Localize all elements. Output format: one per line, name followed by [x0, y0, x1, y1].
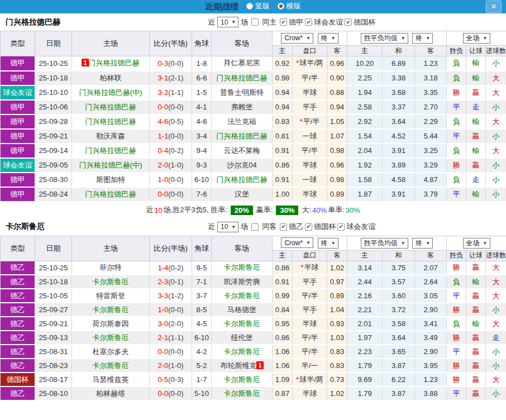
home-team: 勒沃库森 — [72, 129, 150, 144]
corners: 9-4 — [192, 144, 212, 158]
odds-home: 0.81 — [273, 129, 293, 144]
fulltime-score: 0-0 — [157, 190, 168, 198]
sub-header-odds-home: 主 — [273, 250, 293, 261]
avg-draw: 3.38 — [383, 71, 415, 85]
odds-home: 0.95 — [273, 317, 293, 331]
away-team: 卡尔斯鲁厄 — [212, 373, 273, 386]
matches-table: 类型 日期 主场 比分(半场) 角球 客场 Crow*▼ 终▼ 胜平负均值▼ 终… — [0, 31, 506, 202]
halftime-score: (0-1) — [168, 278, 183, 286]
team-label: 门兴格拉德巴赫 — [85, 117, 136, 126]
avg-draw: 3.68 — [383, 85, 415, 100]
team-label: 马瑟维兹英 — [93, 375, 129, 384]
odds-time-select[interactable]: 终▼ — [318, 33, 338, 44]
same-venue-checkbox[interactable] — [251, 18, 259, 26]
handicap: 平手 — [293, 100, 327, 114]
score-cell: 0-5(0-3) — [150, 373, 192, 386]
score-cell: 2-1(1-1) — [150, 331, 192, 345]
result-handicap: 贏 — [466, 158, 486, 173]
sub-header-odds-away: 客 — [327, 250, 347, 261]
result-handicap: 贏 — [466, 303, 486, 317]
team-name: 卡尔斯鲁厄 — [6, 222, 45, 232]
avg-time-select[interactable]: 终▼ — [412, 33, 433, 44]
team-label: 布轮斯维克 — [220, 361, 256, 370]
corners: 8-5 — [192, 303, 212, 317]
avg-type-select[interactable]: 胜平负均值▼ — [361, 33, 408, 44]
score-cell: 0-4(0-2) — [150, 144, 192, 158]
odds-away: 1.02 — [327, 386, 347, 400]
home-team: 1门兴格拉德巴赫 — [72, 56, 150, 71]
avg-time-select[interactable]: 终▼ — [412, 238, 433, 249]
league-checkbox-1[interactable] — [305, 223, 312, 231]
league-checkbox-0[interactable] — [280, 223, 287, 231]
away-team: 拜仁慕尼黑 — [212, 56, 273, 71]
team-label: 卡尔斯鲁厄 — [93, 333, 129, 342]
layout-radio-vertical[interactable]: 竖版 — [246, 1, 270, 11]
close-icon: ✕ — [491, 2, 497, 11]
avg-type-select[interactable]: 胜平负均值▼ — [361, 238, 408, 249]
summary-near: 近 — [146, 205, 153, 215]
handicap: 半球 — [293, 85, 327, 100]
away-team: 沙尔克04 — [212, 158, 273, 173]
match-date: 25-08-31 — [35, 345, 72, 359]
win-rate-badge: 20% — [231, 206, 253, 215]
odds-away: 0.89 — [327, 187, 347, 202]
halftime-score: (0-0) — [168, 103, 183, 111]
result-winloss: 平 — [447, 345, 466, 359]
odds-home: 0.91 — [273, 144, 293, 158]
corners: 3-4 — [192, 129, 212, 144]
league-checkbox-0[interactable] — [280, 18, 287, 26]
corners: 4-5 — [192, 317, 212, 331]
odds-source-select[interactable]: Crow*▼ — [281, 33, 313, 44]
match-row: 德国杯25-08-17马瑟维兹英0-5(0-3)1-7卡尔斯鲁厄1.09*球半/… — [1, 373, 506, 386]
sub-header-wdl: 胜负 — [447, 250, 466, 261]
halftime-score: (1-2) — [168, 292, 183, 300]
away-team: 门兴格拉德巴赫 — [212, 71, 273, 85]
odds-away: 0.93 — [327, 317, 347, 331]
fulltime-score: 2-3 — [157, 278, 168, 286]
result-winloss: 勝 — [447, 261, 466, 275]
games-count-select[interactable]: 10 ▼ — [217, 222, 238, 232]
period-select[interactable]: 全场▼ — [463, 238, 490, 249]
result-handicap: 贏 — [466, 386, 486, 400]
match-row: 德甲25-09-28门兴格拉德巴赫4-6(0-5)4-6法兰克福0.83*平/半… — [1, 114, 506, 129]
corners: 6-6 — [192, 71, 212, 85]
games-count-select[interactable]: 10 ▼ — [217, 17, 238, 27]
handicap: 一球 — [293, 173, 327, 187]
avg-win: 2.92 — [347, 114, 383, 129]
halftime-score: (0-0) — [168, 389, 183, 398]
close-button[interactable]: ✕ — [486, 1, 502, 13]
dropdown-arrow-icon: ▼ — [231, 20, 236, 25]
league-checkbox-2[interactable] — [337, 223, 345, 231]
avg-draw: 3.91 — [383, 187, 415, 202]
result-handicap: 贏 — [466, 359, 486, 373]
home-team: 特雷斯登 — [72, 289, 150, 303]
dropdown-arrow-icon: ▼ — [331, 241, 336, 246]
fulltime-score: 0-0 — [157, 103, 168, 111]
odds-source-select[interactable]: Crow*▼ — [281, 237, 313, 248]
dropdown-arrow-icon: ▼ — [401, 36, 405, 41]
halftime-score: (1-0) — [168, 361, 183, 370]
period-select[interactable]: 全场▼ — [463, 33, 490, 44]
odds-time-select[interactable]: 终▼ — [318, 238, 338, 249]
matches-tbody: 德乙25-10-25菲尔特1-4(0-2)9-5卡尔斯鲁厄0.86*半球1.02… — [1, 261, 506, 400]
match-row: 德乙25-08-23卡尔斯鲁厄2-0(1-0)5-2布轮斯维克11.06半/一0… — [1, 359, 506, 373]
home-team: 门兴格拉德巴赫(中) — [72, 158, 150, 173]
same-venue-checkbox[interactable] — [251, 223, 259, 231]
odds-source-value: Crow* — [284, 34, 303, 42]
avg-win: 1.94 — [347, 85, 383, 100]
away-team: 门兴格拉德巴赫 — [212, 129, 273, 144]
layout-radio-horizontal[interactable]: 横版 — [278, 1, 301, 11]
halftime-score: (0-0) — [168, 175, 183, 184]
matches-table: 类型 日期 主场 比分(半场) 角球 客场 Crow*▼ 终▼ 胜平负均值▼ 终… — [0, 236, 506, 402]
score-cell: 3-2(1-1) — [150, 85, 192, 100]
league-checkbox-2[interactable] — [345, 18, 352, 26]
team-label: 卡尔斯鲁厄 — [224, 375, 260, 384]
odds-home: 0.83 — [273, 114, 293, 129]
team-label: 汉堡 — [235, 190, 249, 198]
match-date: 25-10-06 — [35, 100, 72, 114]
league-checkbox-1[interactable] — [305, 18, 312, 26]
avg-draw: 4.52 — [383, 129, 415, 144]
team-label: 普鲁士明斯特 — [220, 88, 264, 97]
fulltime-score: 4-6 — [157, 117, 168, 126]
fulltime-score: 0-4 — [157, 146, 168, 155]
